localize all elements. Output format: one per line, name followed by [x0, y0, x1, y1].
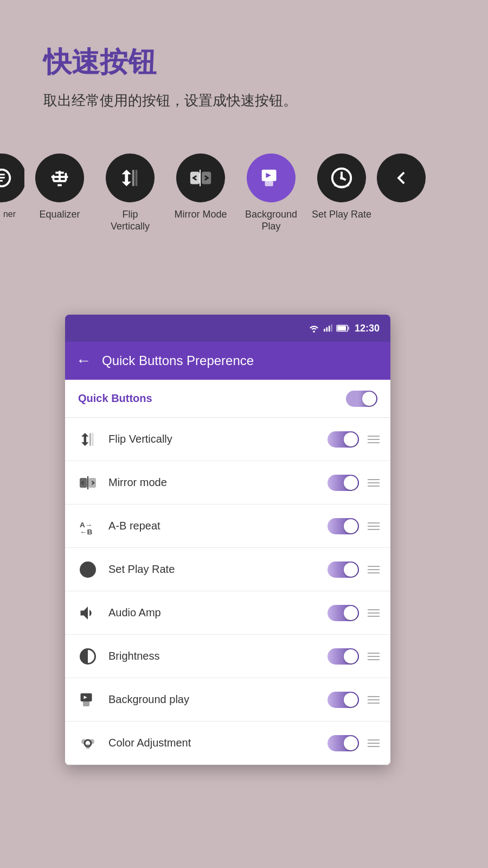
ab-repeat-settings-label: A-B repeat: [108, 520, 319, 532]
background-play-toggle[interactable]: [328, 692, 359, 708]
brightness-settings-icon: [76, 644, 100, 668]
svg-rect-15: [329, 326, 330, 332]
ab-repeat-toggle[interactable]: [328, 518, 359, 534]
status-time: 12:30: [355, 323, 380, 334]
settings-item-mirror-mode: Mirror mode: [65, 461, 390, 505]
flip-vertically-controls: [328, 431, 380, 448]
set-play-rate-settings-label: Set Play Rate: [108, 563, 319, 576]
background-play-controls: [328, 692, 380, 708]
status-icons: [308, 324, 350, 333]
mirror-mode-settings-icon: [76, 471, 100, 495]
settings-item-ab-repeat: A→ ←B A-B repeat: [65, 505, 390, 548]
mirror-mode-drag-handle[interactable]: [368, 479, 380, 487]
icon-item-background-play[interactable]: BackgroundPlay: [236, 154, 306, 232]
ab-repeat-settings-icon: A→ ←B: [76, 514, 100, 538]
flip-vertically-toggle[interactable]: [328, 431, 359, 448]
main-title: 快速按钮: [43, 43, 488, 81]
brightness-settings-label: Brightness: [108, 650, 319, 662]
svg-point-34: [86, 744, 91, 749]
icon-item-set-play-rate[interactable]: Set Play Rate: [306, 154, 377, 221]
equalizer-icon-circle: [35, 154, 84, 202]
color-adjustment-settings-label: Color Adjustment: [108, 737, 319, 749]
mirror-mode-toggle-knob: [344, 476, 358, 490]
battery-icon: [336, 324, 350, 333]
quick-buttons-row: Quick Buttons: [65, 380, 390, 418]
icon-item-mirror-mode[interactable]: Mirror Mode: [165, 154, 236, 221]
svg-rect-1: [59, 171, 61, 181]
svg-point-11: [340, 176, 343, 180]
brightness-toggle-knob: [344, 649, 358, 663]
set-play-rate-settings-icon: [76, 558, 100, 582]
ab-repeat-drag-handle[interactable]: [368, 522, 380, 530]
settings-item-brightness: Brightness: [65, 635, 390, 678]
icon-item-flip-vertically[interactable]: FlipVertically: [95, 154, 165, 232]
svg-rect-2: [65, 173, 67, 181]
svg-rect-4: [136, 170, 138, 187]
background-play-label: BackgroundPlay: [245, 209, 297, 232]
color-adjustment-drag-handle[interactable]: [368, 739, 380, 747]
brightness-toggle[interactable]: [328, 648, 359, 665]
audio-amp-settings-icon: [76, 601, 100, 625]
brightness-controls: [328, 648, 380, 665]
svg-text:←B: ←B: [80, 528, 93, 536]
brightness-drag-handle[interactable]: [368, 653, 380, 660]
svg-rect-3: [132, 170, 134, 187]
header-title: Quick Buttons Preperence: [102, 353, 254, 368]
background-play-drag-handle[interactable]: [368, 696, 380, 704]
icons-row: ner Equalizer FlipVertically Mirror Mode: [0, 154, 488, 232]
svg-rect-20: [89, 433, 91, 446]
settings-item-background-play: Background play: [65, 678, 390, 722]
top-section: 快速按钮 取出经常使用的按钮，设置成快速按钮。: [0, 0, 488, 126]
flip-vertically-label: FlipVertically: [111, 209, 150, 232]
ab-repeat-toggle-knob: [344, 519, 358, 533]
audio-amp-toggle[interactable]: [328, 605, 359, 621]
icon-item-equalizer[interactable]: Equalizer: [24, 154, 95, 221]
status-bar: 12:30: [65, 315, 390, 342]
icon-item-partial[interactable]: ner: [0, 154, 24, 219]
icon-item-back[interactable]: [377, 154, 426, 209]
mirror-mode-toggle[interactable]: [328, 475, 359, 491]
svg-point-32: [81, 739, 86, 744]
mirror-mode-controls: [328, 475, 380, 491]
partial-icon-circle: [0, 154, 24, 202]
background-play-settings-icon: [76, 688, 100, 712]
audio-amp-drag-handle[interactable]: [368, 609, 380, 617]
color-adjustment-toggle[interactable]: [328, 735, 359, 751]
flip-vertically-toggle-knob: [344, 432, 358, 446]
background-play-settings-label: Background play: [108, 693, 319, 706]
flip-vertically-icon-circle: [106, 154, 155, 202]
set-play-rate-toggle-knob: [344, 563, 358, 577]
svg-rect-5: [190, 172, 200, 184]
set-play-rate-label: Set Play Rate: [312, 209, 371, 221]
svg-rect-0: [53, 175, 55, 181]
phone-container: 12:30 ← Quick Buttons Preperence Quick B…: [65, 315, 390, 765]
quick-buttons-toggle[interactable]: [346, 391, 377, 407]
svg-rect-21: [92, 433, 94, 446]
svg-rect-14: [326, 327, 328, 331]
set-play-rate-drag-handle[interactable]: [368, 566, 380, 573]
flip-vertically-settings-icon: [76, 427, 100, 451]
settings-item-set-play-rate: Set Play Rate: [65, 548, 390, 591]
equalizer-label: Equalizer: [39, 209, 80, 221]
back-icon-circle: [377, 154, 426, 202]
set-play-rate-toggle[interactable]: [328, 561, 359, 578]
svg-point-12: [313, 330, 315, 333]
audio-amp-settings-label: Audio Amp: [108, 607, 319, 619]
set-play-rate-icon-circle: [317, 154, 366, 202]
mirror-mode-settings-label: Mirror mode: [108, 476, 319, 489]
background-play-toggle-knob: [344, 693, 358, 707]
set-play-rate-controls: [328, 561, 380, 578]
svg-rect-8: [265, 179, 273, 186]
svg-rect-16: [331, 324, 332, 331]
settings-item-flip-vertically: Flip Vertically: [65, 418, 390, 461]
svg-point-27: [87, 568, 89, 571]
svg-point-33: [89, 739, 94, 744]
color-adjustment-toggle-knob: [344, 736, 358, 750]
color-adjustment-settings-icon: [76, 731, 100, 755]
settings-item-audio-amp: Audio Amp: [65, 591, 390, 635]
settings-item-color-adjustment: Color Adjustment: [65, 722, 390, 765]
flip-vertically-drag-handle[interactable]: [368, 436, 380, 443]
mirror-mode-icon-circle: [176, 154, 225, 202]
back-button[interactable]: ←: [76, 352, 91, 369]
wifi-icon: [308, 324, 320, 333]
